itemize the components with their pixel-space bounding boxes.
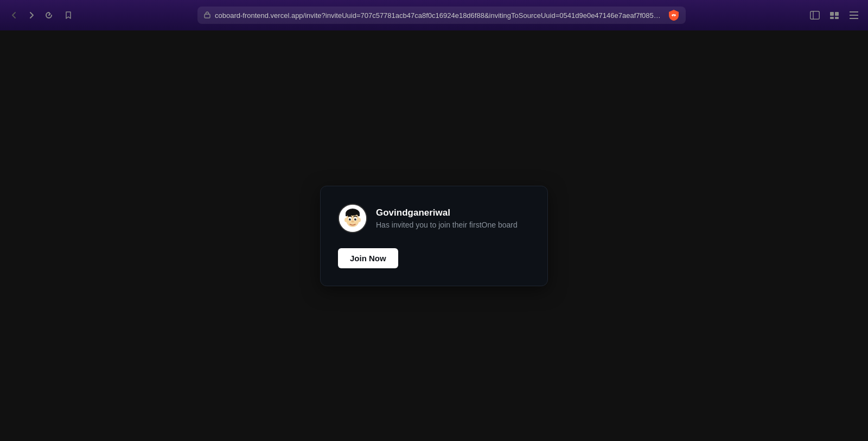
refresh-button[interactable] <box>41 8 56 23</box>
svg-rect-1 <box>810 11 820 20</box>
invite-card: Govindganeriwal Has invited you to join … <box>320 186 548 286</box>
page-content: Govindganeriwal Has invited you to join … <box>0 30 868 441</box>
svg-point-16 <box>344 218 348 222</box>
address-bar[interactable]: coboard-frontend.vercel.app/invite?invit… <box>197 7 686 24</box>
svg-point-24 <box>352 220 354 222</box>
menu-button[interactable] <box>846 8 861 23</box>
forward-button[interactable] <box>24 8 39 23</box>
svg-rect-3 <box>830 12 834 16</box>
invite-message: Has invited you to join their firstOne b… <box>376 220 518 229</box>
brave-shields-button[interactable] <box>827 8 842 23</box>
nav-buttons <box>7 8 56 23</box>
svg-point-22 <box>350 218 350 219</box>
bookmark-button[interactable] <box>61 8 76 23</box>
svg-point-17 <box>358 218 361 222</box>
url-text: coboard-frontend.vercel.app/invite?invit… <box>215 11 664 20</box>
invite-username: Govindganeriwal <box>376 207 518 218</box>
svg-rect-5 <box>830 17 834 19</box>
invite-header: Govindganeriwal Has invited you to join … <box>338 204 530 233</box>
browser-chrome: coboard-frontend.vercel.app/invite?invit… <box>0 0 868 30</box>
back-button[interactable] <box>7 8 22 23</box>
svg-rect-6 <box>835 17 839 19</box>
avatar-image <box>339 205 366 232</box>
sidebar-toggle-button[interactable] <box>807 8 822 23</box>
invite-text-block: Govindganeriwal Has invited you to join … <box>376 207 518 229</box>
join-now-button[interactable]: Join Now <box>338 248 398 268</box>
lock-icon <box>204 11 210 20</box>
svg-point-23 <box>355 218 356 219</box>
svg-rect-0 <box>205 14 210 18</box>
brave-shield-icon <box>668 10 679 21</box>
avatar <box>338 204 367 233</box>
svg-rect-4 <box>835 12 839 16</box>
browser-right-controls <box>807 8 861 23</box>
